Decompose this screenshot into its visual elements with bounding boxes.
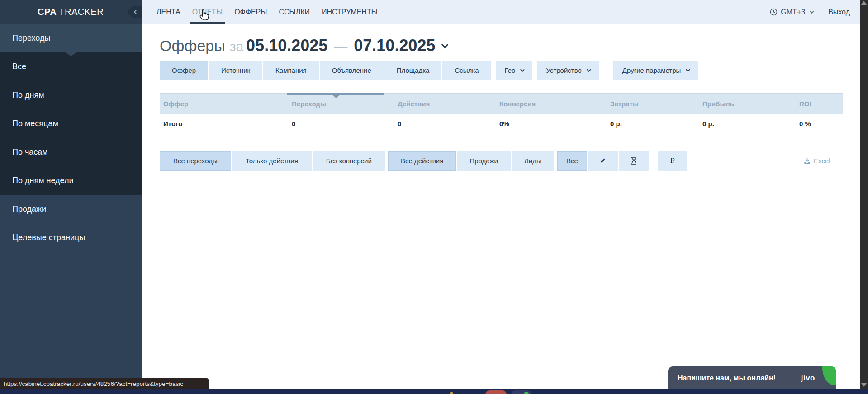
bottom-toolbar-strip <box>0 389 868 394</box>
dropdown-label: Гео <box>505 66 516 74</box>
statusbar-url-tooltip: https://cabinet.cpatracker.ru/users/4825… <box>0 378 209 389</box>
nav-offery[interactable]: ОФФЕРЫ <box>234 0 267 24</box>
tab-obyavlenie[interactable]: Объявление <box>320 61 384 80</box>
filter-vse-perehody[interactable]: Все переходы <box>160 151 231 171</box>
table-total-row: Итого 0 0 0% 0 р. 0 р. 0 % <box>160 114 843 134</box>
sidebar-item-label: По месяцам <box>12 119 58 128</box>
sidebar: CPATRACKER Переходы Все По дням По месяц… <box>0 0 142 389</box>
column-header-konversiya[interactable]: Конверсия <box>496 100 607 108</box>
chevron-down-icon <box>686 67 690 72</box>
filter-prodazhi[interactable]: Продажи <box>457 151 511 171</box>
column-header-deystviya[interactable]: Действия <box>394 100 496 108</box>
check-icon: ✔ <box>600 157 606 165</box>
date-to[interactable]: 07.10.2025 <box>354 36 435 55</box>
filter-status-pending[interactable] <box>619 151 649 171</box>
sidebar-item-label: Целевые страницы <box>12 233 85 242</box>
column-header-offer[interactable]: Оффер <box>160 100 288 108</box>
dropdown-drugie-parametry[interactable]: Другие параметры <box>613 61 698 80</box>
page-scrollbar[interactable] <box>860 0 868 389</box>
total-perehody: 0 <box>288 120 394 128</box>
toolbar-dark-button[interactable] <box>511 390 531 394</box>
sort-indicator[interactable] <box>287 93 384 95</box>
chat-widget[interactable]: Напишите нам, мы онлайн! jivo <box>668 366 836 389</box>
tab-ploshchadka[interactable]: Площадка <box>384 61 442 80</box>
logout-link[interactable]: Выход <box>828 8 850 16</box>
sidebar-header: CPATRACKER <box>0 0 142 24</box>
toolbar-dot <box>450 392 453 394</box>
total-pribyl: 0 р. <box>699 120 796 128</box>
filter-currency-ruble[interactable]: ₽ <box>658 151 687 171</box>
timezone-selector[interactable]: GMT+3 <box>770 8 813 16</box>
chevron-down-icon <box>520 67 525 72</box>
ruble-icon: ₽ <box>670 157 674 165</box>
tab-ssylka[interactable]: Ссылка <box>442 61 491 80</box>
sidebar-item-label: По дням <box>12 90 44 100</box>
sidebar-item-label: По дням недели <box>12 176 74 185</box>
brand-rest: TRACKER <box>59 7 104 17</box>
column-header-pribyl[interactable]: Прибыль <box>699 100 796 108</box>
tab-istochnik[interactable]: Источник <box>209 61 262 80</box>
sidebar-item-vse[interactable]: Все <box>0 52 142 81</box>
nav-otchety[interactable]: ОТЧЕТЫ <box>192 0 223 24</box>
chevron-down-icon <box>810 9 814 14</box>
date-separator: — <box>334 39 347 54</box>
top-navigation: ЛЕНТА ОТЧЕТЫ ОФФЕРЫ ССЫЛКИ ИНСТРУМЕНТЫ <box>157 0 378 24</box>
total-label: Итого <box>160 120 288 128</box>
filter-status-approved[interactable]: ✔ <box>588 151 618 171</box>
chat-message: Напишите нам, мы онлайн! <box>678 374 801 382</box>
dropdown-geo[interactable]: Гео <box>496 61 533 80</box>
nav-ssylki[interactable]: ССЫЛКИ <box>279 0 310 24</box>
column-header-roi[interactable]: ROI <box>796 100 843 108</box>
dimension-tab-group: Оффер Источник Кампания Объявление Площа… <box>160 61 491 80</box>
filter-status-vse[interactable]: Все <box>557 151 587 171</box>
dimension-tabs-row: Оффер Источник Кампания Объявление Площа… <box>160 61 698 80</box>
download-icon <box>804 157 811 165</box>
sidebar-item-label: По часам <box>12 147 48 157</box>
scrollbar-up-arrow[interactable] <box>861 1 867 5</box>
total-roi: 0 % <box>796 120 843 128</box>
export-excel-link[interactable]: Excel <box>804 151 830 171</box>
nav-lenta[interactable]: ЛЕНТА <box>157 0 180 24</box>
tab-offer[interactable]: Оффер <box>160 61 208 80</box>
date-from[interactable]: 05.10.2025 <box>246 36 327 55</box>
column-header-zatraty[interactable]: Затраты <box>607 100 699 108</box>
sidebar-collapse-button[interactable] <box>127 6 142 18</box>
action-filter-group: Все действия Продажи Лиды <box>388 151 554 171</box>
sidebar-item-perehody[interactable]: Переходы <box>0 24 142 52</box>
jivo-logo: jivo <box>801 374 815 383</box>
total-deystviya: 0 <box>394 120 496 128</box>
scrollbar-down-arrow[interactable] <box>861 383 867 387</box>
topbar-right: GMT+3 Выход <box>770 0 850 24</box>
toolbar-red-button[interactable] <box>485 390 507 394</box>
status-filter-group: Все ✔ <box>557 151 649 171</box>
sidebar-item-po-dnyam-nedeli[interactable]: По дням недели <box>0 166 142 195</box>
table-header-row: Оффер Переходы Действия Конверсия Затрат… <box>160 93 843 114</box>
hourglass-icon <box>630 157 638 165</box>
export-label: Excel <box>814 157 830 165</box>
filter-vse-deystviya[interactable]: Все действия <box>388 151 456 171</box>
timezone-label: GMT+3 <box>781 8 805 16</box>
date-range-chevron-icon[interactable] <box>441 41 449 48</box>
nav-instrumenty[interactable]: ИНСТРУМЕНТЫ <box>322 0 378 24</box>
dropdown-label: Устройство <box>546 66 581 74</box>
sidebar-item-po-chasam[interactable]: По часам <box>0 138 142 166</box>
traffic-filter-group: Все переходы Только действия Без конверс… <box>160 151 385 171</box>
dropdown-ustroystvo[interactable]: Устройство <box>537 61 598 80</box>
report-table: Оффер Переходы Действия Конверсия Затрат… <box>160 93 843 134</box>
sidebar-item-label: Переходы <box>12 33 50 43</box>
filter-lidy[interactable]: Лиды <box>512 151 554 171</box>
filters-row: Все переходы Только действия Без конверс… <box>160 151 843 171</box>
filter-tolko-deystviya[interactable]: Только действия <box>232 151 312 171</box>
sidebar-item-prodazhi[interactable]: Продажи <box>0 195 142 223</box>
sidebar-item-celevye-stranicy[interactable]: Целевые страницы <box>0 223 142 252</box>
topbar: ЛЕНТА ОТЧЕТЫ ОФФЕРЫ ССЫЛКИ ИНСТРУМЕНТЫ G… <box>142 0 860 24</box>
filter-bez-konversiy[interactable]: Без конверсий <box>313 151 385 171</box>
chevron-down-icon <box>587 67 591 72</box>
sidebar-item-po-dnyam[interactable]: По дням <box>0 81 142 109</box>
report-preposition: за <box>230 39 243 54</box>
green-status-dot <box>524 392 529 394</box>
column-header-perehody[interactable]: Переходы <box>288 100 394 108</box>
sidebar-item-po-mesyacam[interactable]: По месяцам <box>0 109 142 138</box>
total-konversiya: 0% <box>496 120 607 128</box>
tab-kampaniya[interactable]: Кампания <box>263 61 319 80</box>
